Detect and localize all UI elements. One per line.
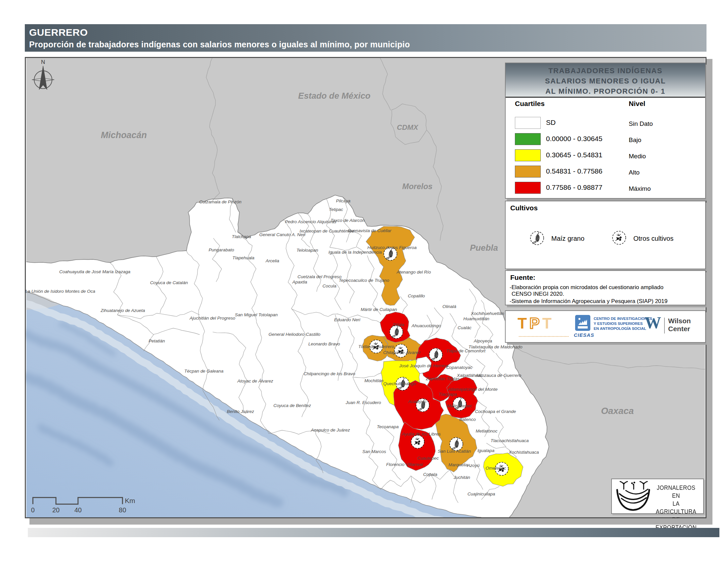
- municipality-label: Pilcaya: [336, 198, 351, 203]
- municipality-label: Leonardo Bravo: [308, 342, 340, 347]
- fuente-heading: Fuente:: [510, 273, 535, 282]
- legend-panel: TRABAJADORES INDÍGENAS SALARIOS MENORES …: [505, 63, 706, 199]
- municipality-label: Cutzamala de Pinzón: [199, 199, 242, 204]
- municipality-label: Tlacoapa: [438, 392, 457, 397]
- state-label: Puebla: [470, 243, 498, 252]
- title-bar: GUERRERO Proporción de trabajadores indí…: [25, 24, 706, 52]
- legend-swatch-medio: [515, 149, 541, 161]
- municipality-label: Iliatenco: [459, 417, 476, 422]
- scale-tick: 20: [52, 506, 60, 514]
- fuente-line: CENSO INEGI 2020.: [512, 291, 564, 298]
- municipality-label: Quechultenango: [383, 381, 416, 386]
- legend-swatch-sin-dato: [515, 117, 541, 129]
- municipality-label: Tepecoacuilco de Trujano: [339, 278, 389, 283]
- municipality-label: San Luis Acatlán: [438, 449, 471, 454]
- page-subtitle: Proporción de trabajadores indígenas con…: [29, 40, 706, 49]
- logos-panel: TPT CIESAS CENTRO DE INVESTIGACIONES Y E…: [505, 310, 706, 343]
- municipality-label: Cuajinicuilapa: [468, 492, 495, 496]
- municipality-label: Ahuacuotzingo: [411, 323, 441, 328]
- legend-range: SD: [546, 118, 556, 126]
- scale-tick: 40: [74, 506, 82, 514]
- municipality-label: Alpoyeca: [474, 339, 492, 344]
- scale-tick: 0: [31, 506, 35, 514]
- legend-title-line: SALARIOS MENORES O IGUAL: [506, 76, 705, 86]
- municipality-label: Benito Juárez: [227, 409, 254, 414]
- municipality-label: Técpan de Galeana: [184, 369, 224, 374]
- maiz-grano-icon: [429, 348, 442, 361]
- ciesas-text: CENTRO DE INVESTIGACIONES Y ESTUDIOS SUP…: [594, 316, 652, 331]
- municipality-label: Xochihuehuetlán: [471, 311, 504, 316]
- page: GUERRERO Proporción de trabajadores indí…: [0, 0, 728, 563]
- municipality-label: Atoyac de Álvarez: [237, 379, 273, 384]
- municipality-label: Malinaltepec: [447, 403, 472, 408]
- municipality-label: Atenango del Río: [396, 269, 431, 274]
- jornaleros-logo-box: JORNALEROS EN LA AGRICULTURA DE EXPORTAC…: [611, 479, 704, 514]
- municipality-label: Chilpancingo de los Bravo: [303, 371, 355, 376]
- municipality-label: Xochistlahuaca: [508, 450, 539, 455]
- legend-level: Bajo: [629, 136, 641, 144]
- municipality-label: San Marcos: [362, 449, 386, 454]
- municipality-label: Teloloapan: [296, 248, 318, 253]
- fuente-panel: Fuente: -Elaboración propia con microdat…: [505, 270, 706, 305]
- municipality-label: Igualapa: [478, 448, 495, 453]
- municipality-label: Eduardo Neri: [334, 317, 361, 322]
- fuente-line: -Sistema de Información Agropecuaria y P…: [510, 298, 667, 305]
- municipality-label: Atlamajalcingo del Monte: [448, 387, 498, 392]
- municipality-label: Florencio Villarreal: [386, 462, 423, 467]
- state-label: CDMX: [397, 123, 419, 131]
- municipality-label: Coahuayutla de José María Izazaga: [59, 269, 131, 274]
- municipality-label: Pedro Ascencio Alquisiras: [285, 219, 336, 224]
- legend-level: Sin Dato: [629, 120, 653, 127]
- legend-title-line: AL MÍNIMO. PROPORCIÓN 0- 1: [506, 86, 705, 96]
- legend-title: TRABAJADORES INDÍGENAS SALARIOS MENORES …: [506, 63, 705, 98]
- municipality-label: Cuetzala del Progreso: [297, 274, 341, 279]
- municipality-label: Alcozauca de Guerrero: [475, 373, 522, 378]
- municipality-label: San Miguel Totolapan: [235, 312, 278, 317]
- municipality-label: Zitlala: [392, 322, 404, 327]
- municipality-label: Ajuchitlán del Progreso: [189, 316, 236, 321]
- legend-level: Alto: [629, 169, 640, 176]
- legend-swatch-bajo: [515, 133, 541, 145]
- maiz-grano-icon: [529, 230, 545, 247]
- legend-title-line: TRABAJADORES INDÍGENAS: [506, 66, 705, 76]
- state-label: Morelos: [402, 182, 433, 191]
- municipality-label: Huitzuco de los Figueroa: [367, 245, 417, 250]
- municipality-label: Petatlán: [149, 339, 165, 344]
- municipality-label: Juchitán: [453, 475, 470, 480]
- municipality-label: Tlalchapa: [232, 234, 251, 239]
- municipality-label: Mochitlán: [364, 378, 384, 383]
- page-title: GUERRERO: [29, 27, 706, 38]
- municipality-label: Tlapa de Comonfort: [446, 349, 486, 353]
- legend-level: Medio: [629, 153, 646, 160]
- municipality-label: Cuautepec: [417, 456, 439, 461]
- north-label: N: [41, 59, 45, 65]
- municipality-label: Acatepec: [408, 399, 427, 404]
- municipality-label: Taxco de Alarcón: [331, 218, 365, 223]
- cultivo-label: Maíz grano: [551, 235, 584, 242]
- municipality-label: La Unión de Isidoro Montes de Oca: [26, 289, 95, 294]
- municipality-label: Cualác: [458, 325, 472, 330]
- municipality-label: Copala: [423, 472, 437, 477]
- legend-range: 0.54831 - 0.77586: [546, 167, 602, 175]
- municipality-label: Marquelia: [448, 462, 468, 467]
- wilson-divider: [664, 318, 665, 334]
- fuente-line: -Elaboración propia con microdatos del c…: [510, 284, 663, 291]
- legend-level: Máximo: [629, 185, 651, 192]
- municipality-label: Azoyú: [467, 463, 480, 468]
- bottom-gradient-bar: [28, 528, 719, 537]
- legend-level-header: Nivel: [629, 100, 645, 108]
- legend-swatch-alto: [515, 165, 541, 177]
- municipality-label: Ometepec: [485, 466, 506, 471]
- municipality-label: Zihuatanejo de Azueta: [100, 308, 145, 313]
- municipality-label: Buenavista de Cuéllar: [348, 228, 391, 233]
- map-shadow-right: [706, 59, 712, 518]
- municipality-label: General Canuto A. Neri: [259, 232, 306, 237]
- municipality-label: Ayutla de los Libres: [402, 432, 441, 437]
- municipality-label: Tlacoachistlahuaca: [491, 438, 529, 443]
- municipality-label: Pungarabato: [208, 247, 234, 252]
- ciesas-acronym: CIESAS: [574, 332, 594, 338]
- tpt-logo: TPT: [518, 314, 554, 332]
- legend-range: 0.77586 - 0.98877: [546, 183, 602, 191]
- jornaleros-field-icon: [614, 481, 653, 513]
- state-label: Estado de México: [298, 91, 371, 100]
